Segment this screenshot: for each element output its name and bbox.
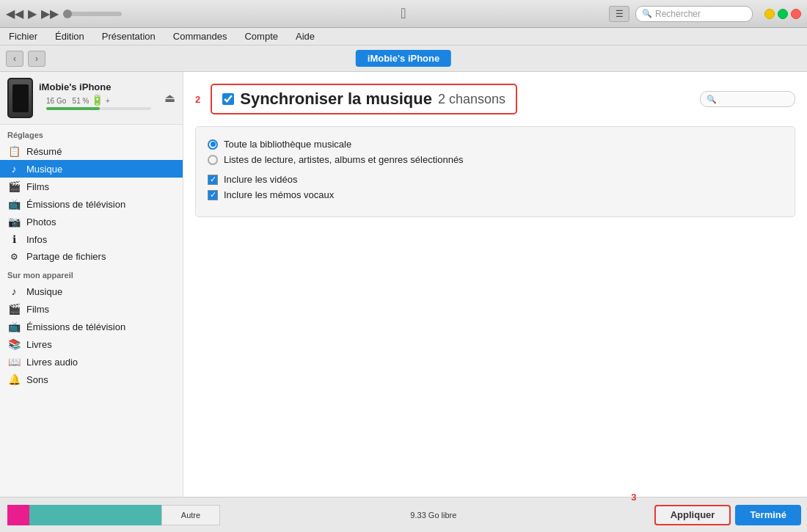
- share-icon: ⚙: [7, 252, 21, 262]
- titlebar-right: ☰ 🔍 Rechercher: [609, 6, 801, 22]
- menu-aide[interactable]: Aide: [293, 29, 318, 43]
- navbar: ‹ › iMobie's iPhone: [0, 45, 807, 72]
- resume-icon: 📋: [7, 145, 21, 157]
- progress-slider[interactable]: [63, 12, 122, 16]
- seg-free-label: 9.33 Go libre: [220, 505, 647, 525]
- radio-toute[interactable]: Toute la bibliothèque musicale: [208, 139, 783, 150]
- storage-fill: [46, 107, 100, 110]
- menubar: Fichier Édition Présentation Commandes C…: [0, 28, 807, 45]
- sidebar-item-musique[interactable]: ♪ Musique: [0, 160, 183, 178]
- sidebar-item-musique2[interactable]: ♪ Musique: [0, 283, 183, 300]
- search-box[interactable]: 🔍 Rechercher: [635, 6, 753, 22]
- sidebar: iMobie's iPhone 16 Go 51 % 🔋 + ⏏ Réglage…: [0, 72, 183, 497]
- list-view-button[interactable]: ☰: [609, 6, 629, 22]
- sidebar-item-photos[interactable]: 📷 Photos: [0, 213, 183, 230]
- radio-listes-label: Listes de lecture, artistes, albums et g…: [224, 154, 464, 165]
- sidebar-item-label: Livres audio: [26, 357, 78, 368]
- sidebar-item-label: Films: [26, 304, 49, 315]
- maximize-button[interactable]: [778, 9, 788, 19]
- play-button[interactable]: ▶: [28, 7, 37, 21]
- content-search[interactable]: 🔍: [700, 91, 795, 107]
- settings-section-label: Réglages: [0, 125, 183, 142]
- sidebar-item-label: Partage de fichiers: [26, 251, 106, 262]
- sidebar-item-films2[interactable]: 🎬 Films: [0, 300, 183, 318]
- eject-button[interactable]: ⏏: [164, 91, 175, 105]
- main-layout: iMobie's iPhone 16 Go 51 % 🔋 + ⏏ Réglage…: [0, 72, 807, 497]
- sidebar-item-label: Émissions de télévision: [26, 321, 125, 332]
- tv2-icon: 📺: [7, 321, 21, 332]
- device-storage: 16 Go 51 % 🔋 +: [39, 92, 158, 114]
- menu-commandes[interactable]: Commandes: [170, 29, 230, 43]
- photos-icon: 📷: [7, 216, 21, 227]
- radio-toute-circle[interactable]: [208, 139, 218, 150]
- apply-button[interactable]: Appliquer: [654, 505, 731, 525]
- sidebar-item-partage[interactable]: ⚙ Partage de fichiers: [0, 248, 183, 265]
- close-button[interactable]: [791, 9, 801, 19]
- bottom-bar: Autre 9.33 Go libre 3 Appliquer Terminé: [0, 497, 807, 532]
- sidebar-item-label: Résumé: [26, 146, 62, 157]
- music-icon: ♪: [7, 163, 21, 175]
- sync-title-box: Synchroniser la musique 2 chansons: [211, 84, 517, 114]
- storage-bar: [46, 107, 151, 110]
- menu-edition[interactable]: Édition: [52, 29, 87, 43]
- menu-presentation[interactable]: Présentation: [99, 29, 158, 43]
- sync-title: Synchroniser la musique: [240, 90, 432, 109]
- sidebar-item-emissions[interactable]: 📺 Émissions de télévision: [0, 195, 183, 213]
- minimize-button[interactable]: [764, 9, 775, 19]
- books-icon: 📚: [7, 338, 21, 350]
- content-area: 2 Synchroniser la musique 2 chansons 🔍 T…: [183, 72, 807, 497]
- audio-books-icon: 📖: [7, 356, 21, 368]
- infos-icon: ℹ: [7, 233, 21, 245]
- sidebar-item-sons[interactable]: 🔔 Sons: [0, 371, 183, 388]
- sidebar-item-label: Photos: [26, 216, 56, 227]
- music2-icon: ♪: [7, 285, 21, 297]
- sidebar-item-label: Infos: [26, 234, 47, 245]
- checkbox-memos[interactable]: ✓ Inclure les mémos vocaux: [208, 189, 783, 200]
- sidebar-item-label: Livres: [26, 339, 52, 350]
- forward-button[interactable]: ›: [28, 51, 45, 67]
- device-info: iMobie's iPhone 16 Go 51 % 🔋 +: [39, 81, 158, 114]
- sidebar-item-livres[interactable]: 📚 Livres: [0, 335, 183, 353]
- titlebar: ◀◀ ▶ ▶▶  ☰ 🔍 Rechercher: [0, 0, 807, 28]
- seg-autre-label: Autre: [161, 505, 220, 525]
- sidebar-item-films[interactable]: 🎬 Films: [0, 178, 183, 195]
- window-controls: ◀◀ ▶ ▶▶: [6, 7, 122, 21]
- radio-listes[interactable]: Listes de lecture, artistes, albums et g…: [208, 154, 783, 165]
- device-name: iMobie's iPhone: [39, 81, 158, 92]
- checkbox-videos-label: Inclure les vidéos: [224, 174, 297, 185]
- device-header: iMobie's iPhone 16 Go 51 % 🔋 + ⏏: [0, 72, 183, 125]
- done-button[interactable]: Terminé: [735, 505, 801, 525]
- options-box: Toute la bibliothèque musicale Listes de…: [195, 126, 795, 217]
- sync-checkbox[interactable]: [222, 93, 234, 105]
- checkbox-videos-box[interactable]: ✓: [208, 175, 218, 185]
- prev-button[interactable]: ◀◀: [6, 7, 23, 21]
- menu-compte[interactable]: Compte: [241, 29, 281, 43]
- step3-badge: 3: [631, 492, 636, 503]
- next-button[interactable]: ▶▶: [41, 7, 59, 21]
- menu-fichier[interactable]: Fichier: [6, 29, 40, 43]
- sidebar-item-label: Musique: [26, 286, 62, 297]
- sounds-icon: 🔔: [7, 374, 21, 385]
- step2-badge: 2: [195, 94, 200, 105]
- checkbox-memos-label: Inclure les mémos vocaux: [224, 189, 334, 200]
- checkbox-memos-box[interactable]: ✓: [208, 190, 218, 200]
- tv-icon: 📺: [7, 198, 21, 210]
- device-button[interactable]: iMobie's iPhone: [356, 50, 451, 67]
- back-button[interactable]: ‹: [6, 51, 23, 67]
- radio-listes-circle[interactable]: [208, 155, 218, 165]
- sync-subtitle: 2 chansons: [438, 92, 505, 107]
- transport-controls: ◀◀ ▶ ▶▶: [6, 7, 122, 21]
- sidebar-item-resume[interactable]: 📋 Résumé: [0, 142, 183, 160]
- sidebar-item-livres-audio[interactable]: 📖 Livres audio: [0, 353, 183, 371]
- films-icon: 🎬: [7, 181, 21, 192]
- seg-pink: [7, 505, 29, 525]
- checkbox-videos[interactable]: ✓ Inclure les vidéos: [208, 174, 783, 185]
- sidebar-item-label: Sons: [26, 374, 48, 385]
- radio-toute-label: Toute la bibliothèque musicale: [224, 139, 351, 150]
- search-icon: 🔍: [642, 9, 652, 18]
- seg-teal: [29, 505, 161, 525]
- checkbox-group: ✓ Inclure les vidéos ✓ Inclure les mémos…: [208, 174, 783, 200]
- sidebar-item-emissions2[interactable]: 📺 Émissions de télévision: [0, 318, 183, 335]
- sidebar-item-infos[interactable]: ℹ Infos: [0, 230, 183, 248]
- sidebar-item-label: Émissions de télévision: [26, 199, 125, 210]
